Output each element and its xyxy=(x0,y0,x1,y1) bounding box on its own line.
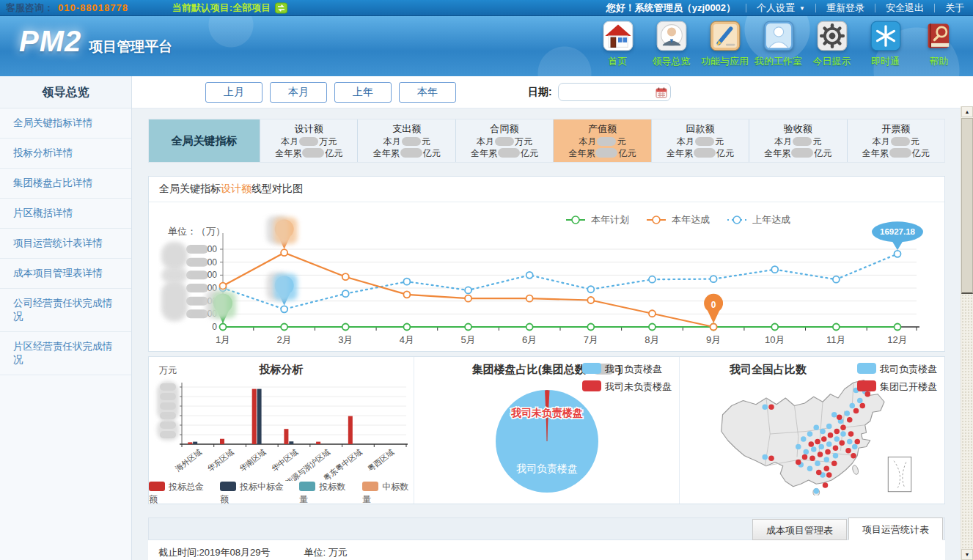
filter-button-this-year[interactable]: 本年 xyxy=(399,82,456,103)
svg-text:本年计划: 本年计划 xyxy=(591,214,629,225)
logo-text: PM2 xyxy=(19,25,81,57)
sidebar-title: 领导总览 xyxy=(0,76,131,108)
metric-card-title: 回款额 xyxy=(686,122,714,136)
metric-card-1[interactable]: 设计额本月万元全年累亿元 xyxy=(260,119,358,162)
content: 全局关键指标设计额本月万元全年累亿元支出额本月元全年累亿元合同额本月万元全年累亿… xyxy=(132,119,973,560)
svg-text:华南区域: 华南区域 xyxy=(238,447,268,474)
user-greeting: 您好！系统管理员（yzj0002） xyxy=(606,1,735,15)
snowflake-icon xyxy=(870,42,902,54)
scroll-up-button[interactable]: ▲ xyxy=(961,106,973,117)
svg-text:10月: 10月 xyxy=(764,334,784,345)
filter-button-prev-year[interactable]: 上年 xyxy=(334,82,392,103)
nav-label: 首页 xyxy=(591,55,645,68)
svg-text:00: 00 xyxy=(207,257,217,268)
metric-card-3[interactable]: 合同额本月万元全年累亿元 xyxy=(456,119,554,162)
topbar-user-menu: 您好！系统管理员（yzj0002） 个人设置▼重新登录安全退出关于 xyxy=(606,1,964,15)
person-icon xyxy=(763,42,795,54)
topbar-item-safe-logout[interactable]: 安全退出 xyxy=(886,1,924,15)
legend-item: 投标中标金额 xyxy=(220,481,287,504)
nav-item-workspace[interactable]: 我的工作室 xyxy=(752,20,805,68)
topbar: 客服咨询： 010-88018778 当前默认项目:全部项目 您好！系统管理员（… xyxy=(0,0,973,16)
metric-card-2[interactable]: 支出额本月元全年累亿元 xyxy=(358,119,455,162)
nav-label: 我的工作室 xyxy=(752,55,805,68)
line-title-part3: 线型对比图 xyxy=(251,183,303,194)
menu-separator xyxy=(934,4,935,12)
calendar-icon[interactable] xyxy=(656,86,667,98)
tab-cost-table[interactable]: 成本项目管理表 xyxy=(752,519,847,540)
sidebar-item-6[interactable]: 成本项目管理表详情 xyxy=(0,259,131,289)
legend-swatch xyxy=(857,363,876,374)
filter-button-this-month[interactable]: 本月 xyxy=(270,82,327,103)
metric-card-7[interactable]: 开票额本月元全年累亿元 xyxy=(848,119,944,162)
nav-item-leader[interactable]: 领导总览 xyxy=(645,20,698,68)
unit-text: 单位: 万元 xyxy=(304,546,347,560)
metric-month-line: 本月万元 xyxy=(477,136,532,147)
sidebar-item-5[interactable]: 项目运营统计表详情 xyxy=(0,229,131,259)
legend-swatch xyxy=(299,482,315,491)
sidebar-item-7[interactable]: 公司经营责任状完成情况 xyxy=(0,289,131,332)
bottom-panels: 万元 投标分析 海外区域华东区域华南区域华中区域能源与浙沪区域粤东粤中区域粤西区… xyxy=(148,356,945,504)
sidebar-item-3[interactable]: 集团楼盘占比详情 xyxy=(0,169,131,199)
sidebar-item-4[interactable]: 片区概括详情 xyxy=(0,199,131,229)
nav-item-tips[interactable]: 今日提示 xyxy=(805,20,859,68)
svg-text:海外区域: 海外区域 xyxy=(173,447,203,474)
pie-title-prefix: 集团楼盘占比(集团总数: xyxy=(472,363,590,375)
obscured-value xyxy=(791,148,813,158)
topbar-item-personal-settings[interactable]: 个人设置▼ xyxy=(757,1,805,15)
scrollbar-thumb[interactable] xyxy=(961,118,973,294)
scroll-down-button[interactable]: ▼ xyxy=(961,549,973,560)
legend-item: 我司负责楼盘 xyxy=(857,363,937,376)
main-area: 上月本月上年本年 日期: 全局关键指标设计额本月万元全年累亿元支出额本月元全年累… xyxy=(132,76,973,560)
metric-year-line: 全年累亿元 xyxy=(373,147,441,159)
date-input-wrap xyxy=(558,83,671,101)
line-title-part1: 全局关键指标 xyxy=(159,183,221,194)
national-map-panel: 我司全国占比数 我司负责楼盘集团已开楼盘 xyxy=(680,357,944,504)
sidebar-item-2[interactable]: 投标分析详情 xyxy=(0,139,131,169)
metric-month-line: 本月元 xyxy=(677,136,724,147)
switch-project-icon[interactable] xyxy=(275,2,287,14)
svg-text:4月: 4月 xyxy=(399,334,414,345)
svg-text:16927.18: 16927.18 xyxy=(880,227,916,236)
sidebar-item-8[interactable]: 片区经营责任状完成情况 xyxy=(0,332,131,375)
menu-separator xyxy=(875,4,875,12)
filter-button-prev-month[interactable]: 上月 xyxy=(205,82,262,103)
metric-card-4[interactable]: 产值额本月元全年累亿元 xyxy=(554,119,651,162)
svg-text:00: 00 xyxy=(207,270,217,280)
svg-text:7月: 7月 xyxy=(583,334,598,345)
nav-label: 领导总览 xyxy=(645,55,698,68)
service-phone: 010-88018778 xyxy=(58,2,128,13)
nav-item-home[interactable]: 首页 xyxy=(591,20,645,68)
legend-swatch xyxy=(149,482,165,491)
app-header: PM2项目管理平台 首页领导总览功能与应用我的工作室今日提示即时通帮助 xyxy=(0,16,973,76)
sidebar-item-1[interactable]: 全局关键指标详情 xyxy=(0,108,131,139)
leader-portrait-icon xyxy=(656,42,688,54)
metric-card-title: 设计额 xyxy=(295,122,323,136)
metric-card-5[interactable]: 回款额本月元全年累亿元 xyxy=(652,119,749,162)
svg-text:2月: 2月 xyxy=(276,334,291,345)
deadline-text: 截止时间:2019年08月29号 xyxy=(158,546,270,560)
date-input[interactable] xyxy=(565,84,657,100)
legend-item: 投标数量 xyxy=(299,481,350,504)
line-chart-panel: 全局关键指标设计额线型对比图 单位：（万） 00000000000001月2月3… xyxy=(148,176,945,352)
metric-year-line: 全年累亿元 xyxy=(568,147,636,159)
metric-month-line: 本月元 xyxy=(383,136,430,147)
topbar-item-relogin[interactable]: 重新登录 xyxy=(826,1,864,15)
topbar-item-about[interactable]: 关于 xyxy=(945,1,964,15)
svg-text:8月: 8月 xyxy=(645,334,659,345)
nav-item-apps[interactable]: 功能与应用 xyxy=(698,20,752,68)
tab-operation-table[interactable]: 项目运营统计表 xyxy=(848,517,943,540)
header-nav: 首页领导总览功能与应用我的工作室今日提示即时通帮助 xyxy=(591,20,966,68)
filter-bar: 上月本月上年本年 日期: xyxy=(132,76,973,108)
metric-month-line: 本月元 xyxy=(873,136,919,147)
bid-y-unit: 万元 xyxy=(159,364,177,377)
metric-tab-main[interactable]: 全局关键指标 xyxy=(149,119,260,162)
bid-legend: 投标总金额投标中标金额投标数量中标数量 xyxy=(149,481,414,504)
metric-card-6[interactable]: 验收额本月元全年累亿元 xyxy=(749,119,847,162)
nav-item-help[interactable]: 帮助 xyxy=(912,20,966,68)
svg-text:00: 00 xyxy=(207,244,217,254)
nav-item-im[interactable]: 即时通 xyxy=(859,20,912,68)
book-magnifier-icon xyxy=(923,42,955,54)
obscured-value xyxy=(400,148,422,158)
chevron-down-icon: ▼ xyxy=(799,5,805,12)
legend-item: 投标总金额 xyxy=(149,481,208,504)
